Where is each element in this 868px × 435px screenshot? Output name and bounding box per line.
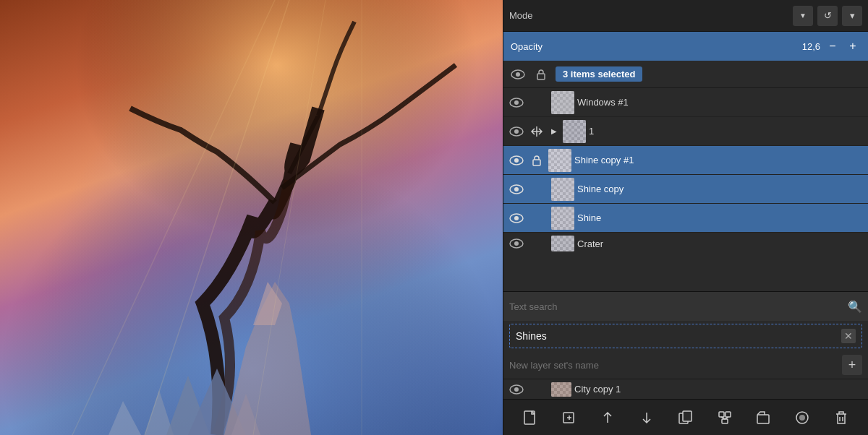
svg-rect-30 xyxy=(719,412,724,417)
svg-point-23 xyxy=(514,387,519,392)
layers-list: Windows #1 ▶ 1 Shine cop xyxy=(503,88,868,291)
eye-icon[interactable] xyxy=(508,210,525,227)
expand-icon[interactable]: ▶ xyxy=(548,126,560,137)
opacity-label: Opacity xyxy=(511,41,794,52)
opacity-decrease-button[interactable]: − xyxy=(825,38,841,54)
eye-icon[interactable] xyxy=(508,94,525,111)
delete-layer-button[interactable] xyxy=(828,405,854,431)
add-layer-set-button[interactable]: + xyxy=(842,355,862,375)
mode-label: Mode xyxy=(509,10,788,21)
merge-layers-button[interactable] xyxy=(712,405,738,431)
layer-row[interactable]: Windows #1 xyxy=(503,88,868,117)
canvas xyxy=(0,0,503,435)
mode-dropdown-arrow[interactable]: ▼ xyxy=(793,6,813,26)
reset-icon[interactable]: ↺ xyxy=(817,6,838,26)
layer-thumbnail xyxy=(551,178,574,201)
opacity-bar: Opacity 12,6 − + xyxy=(503,32,868,61)
layer-thumbnail xyxy=(551,207,574,230)
search-icon[interactable]: 🔍 xyxy=(848,300,862,314)
opacity-value: 12,6 xyxy=(799,41,820,52)
search-row: 🔍 xyxy=(503,292,868,321)
layer-name: 1 xyxy=(589,126,864,137)
new-layer-set-input[interactable] xyxy=(509,360,838,371)
selected-badge: 3 items selected xyxy=(556,66,642,82)
layer-name: City copy 1 xyxy=(574,384,864,395)
move-icon xyxy=(528,123,545,140)
tag-close-button[interactable]: ✕ xyxy=(841,329,856,343)
new-layer-button[interactable] xyxy=(556,405,582,431)
layer-row[interactable]: Shine copy xyxy=(503,175,868,204)
new-layer-set-row: + xyxy=(503,351,868,379)
eye-icon[interactable] xyxy=(508,235,525,252)
lock-icon[interactable] xyxy=(528,152,545,169)
layer-thumbnail xyxy=(563,120,586,143)
layer-row[interactable]: ▶ 1 xyxy=(503,117,868,146)
svg-point-19 xyxy=(514,216,519,220)
bottom-partial-layer[interactable]: City copy 1 xyxy=(503,379,868,399)
layer-header: 3 items selected xyxy=(503,61,868,88)
eye-icon[interactable] xyxy=(508,123,525,140)
opacity-increase-button[interactable]: + xyxy=(845,38,861,54)
layer-thumbnail xyxy=(551,91,574,114)
svg-point-21 xyxy=(514,241,519,246)
svg-rect-31 xyxy=(726,412,731,417)
layer-name: Shine copy #1 xyxy=(574,155,864,165)
layer-thumbnail xyxy=(551,236,574,251)
svg-rect-29 xyxy=(683,411,692,421)
bottom-toolbar xyxy=(503,399,868,435)
layer-row-partial[interactable]: Crater xyxy=(503,233,868,254)
duplicate-layer-button[interactable] xyxy=(673,405,699,431)
eye-icon[interactable] xyxy=(508,181,525,198)
search-area: 🔍 Shines ✕ + City copy 1 xyxy=(503,291,868,399)
svg-rect-32 xyxy=(722,419,728,423)
svg-point-17 xyxy=(514,187,519,191)
layer-name: Crater xyxy=(577,238,864,249)
header-lock-icon[interactable] xyxy=(532,66,550,83)
add-mask-button[interactable] xyxy=(789,405,815,431)
mode-chevron-down-icon[interactable]: ▾ xyxy=(842,6,862,26)
move-layer-up-button[interactable] xyxy=(595,405,621,431)
layer-name: Windows #1 xyxy=(577,97,864,108)
svg-point-14 xyxy=(514,158,519,163)
svg-rect-15 xyxy=(533,160,540,165)
layer-thumbnail xyxy=(548,149,571,172)
header-eye-icon[interactable] xyxy=(509,66,527,83)
layer-name: Shine xyxy=(577,212,864,223)
eye-icon[interactable] xyxy=(508,152,525,169)
search-input[interactable] xyxy=(509,301,843,312)
tag-label: Shines xyxy=(516,330,547,342)
layer-row[interactable]: Shine xyxy=(503,204,868,233)
layer-name: Shine copy xyxy=(577,184,864,194)
right-panel: Mode ▼ ↺ ▾ Opacity 12,6 − + 3 items sele… xyxy=(503,0,868,435)
svg-rect-8 xyxy=(537,74,545,79)
svg-point-10 xyxy=(514,100,519,105)
eye-icon[interactable] xyxy=(508,381,525,398)
layer-row[interactable]: Shine copy #1 xyxy=(503,146,868,175)
move-layer-down-button[interactable] xyxy=(634,405,660,431)
svg-point-12 xyxy=(514,129,519,134)
svg-point-7 xyxy=(516,72,520,77)
mode-bar: Mode ▼ ↺ ▾ xyxy=(503,0,868,32)
new-document-button[interactable] xyxy=(517,405,543,431)
svg-rect-33 xyxy=(757,415,769,423)
svg-point-35 xyxy=(799,415,805,421)
tag-filter-box: Shines ✕ xyxy=(509,324,862,348)
layer-thumbnail xyxy=(551,382,571,397)
group-layers-button[interactable] xyxy=(750,405,776,431)
